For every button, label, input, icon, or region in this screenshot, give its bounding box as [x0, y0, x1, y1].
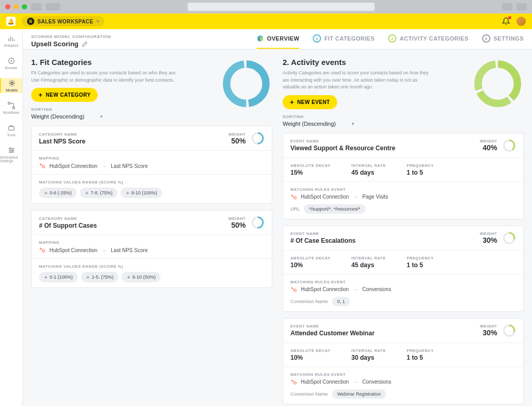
button-label: NEW EVENT — [297, 99, 330, 105]
url-chip[interactable]: */support/*, */resources/* — [304, 204, 366, 214]
sorting-select[interactable]: Weight (Descending) ▾ — [31, 113, 212, 120]
cube-icon — [257, 35, 264, 42]
range-chip[interactable]: +1-5. (75%) — [81, 272, 118, 282]
chip-label: 6-10 (50%) — [132, 274, 156, 280]
arrow-right-icon: → — [353, 286, 358, 292]
event-name-label: EVENT NAME — [290, 324, 375, 329]
activity-event-card[interactable]: EVENT NAME Viewed Support & Resource Cen… — [283, 133, 524, 219]
svg-rect-3 — [8, 102, 10, 104]
weight-label: WEIGHT — [480, 324, 497, 329]
notification-badge-icon — [508, 16, 511, 19]
matching-label: MATCHING RULES EVENT — [290, 187, 516, 192]
url-label: URL — [290, 206, 300, 212]
target-icon — [7, 57, 16, 65]
weight-ring-icon — [251, 132, 264, 145]
abs-decay-label: ABSOLUTE DECAY — [290, 256, 330, 260]
fit-donut-chart — [220, 58, 272, 110]
mapping-target: Conversions — [362, 286, 391, 292]
sidebar-label: Workspace Settings — [0, 155, 22, 163]
button-label: NEW CATEGORY — [46, 92, 90, 98]
analytics-icon — [7, 34, 16, 43]
weight-label: WEIGHT — [228, 132, 246, 137]
tab-overview[interactable]: OVERVIEW — [257, 34, 299, 49]
fit-column: 1. Fit Categories Fit Categories are use… — [31, 58, 272, 404]
activity-donut-chart — [472, 58, 524, 110]
svg-point-25 — [294, 197, 297, 199]
range-chip[interactable]: +0-1 (100%) — [39, 272, 78, 282]
svg-rect-5 — [8, 126, 14, 130]
new-event-button[interactable]: + NEW EVENT — [283, 95, 337, 109]
chip-label: 0-6 (-25%) — [49, 190, 72, 195]
sidebar-item-analytics[interactable]: Analytics — [0, 33, 22, 48]
model-name-text: Upsell Scoring — [31, 40, 78, 48]
interval-value: 30 days — [351, 354, 385, 361]
weight-label: WEIGHT — [228, 216, 246, 221]
range-chip[interactable]: +0-6 (-25%) — [39, 188, 77, 198]
mapping-target: Last NPS Score — [111, 163, 148, 169]
sidebar-item-models[interactable]: Models — [0, 78, 22, 93]
sidebar-item-browse[interactable]: Browse — [0, 56, 22, 71]
workspace-label: SALES WORKSPACE — [37, 19, 94, 24]
sorting-select[interactable]: Weight (Descending) ▾ — [283, 121, 463, 127]
plus-icon: + — [38, 91, 43, 98]
weight-value: 30% — [480, 329, 497, 337]
new-category-button[interactable]: + NEW CATEGORY — [31, 88, 98, 102]
sidebar-item-tools[interactable]: Tools — [0, 123, 22, 138]
svg-rect-4 — [12, 107, 15, 109]
fit-category-card[interactable]: CATEGORY NAME # Of Support Cases WEIGHT … — [31, 210, 272, 288]
minimize-window-icon[interactable] — [14, 4, 19, 9]
sidebar-label: Models — [6, 88, 18, 92]
activity-description: Activity Categories are used to score yo… — [283, 70, 433, 91]
app-logo-icon[interactable]: 🔔 — [6, 17, 16, 26]
frequency-label: FREQUENCY — [407, 256, 434, 260]
chip-label: 7-8. (75%) — [90, 190, 112, 195]
workspace-selector[interactable]: S SALES WORKSPACE ▾ — [22, 16, 104, 27]
svg-point-6 — [9, 148, 11, 149]
plus-icon: + — [44, 190, 47, 196]
mapping-target: Last NPS Score — [111, 247, 148, 253]
maximize-window-icon[interactable] — [22, 4, 27, 9]
edit-name-button[interactable] — [82, 41, 88, 47]
sidebar-item-workspace-settings[interactable]: Workspace Settings — [0, 145, 22, 164]
user-avatar[interactable] — [516, 17, 526, 26]
weight-value: 50% — [228, 221, 246, 229]
sidebar-label: Workflows — [3, 111, 19, 114]
hubspot-icon — [39, 247, 45, 253]
matching-label: MATCHING VALUES RANGE (SCORE %) — [39, 264, 264, 269]
tab-activity-categories[interactable]: 2 ACTIVITY CATEGORIES — [388, 34, 468, 49]
tab-settings[interactable]: 3 SETTINGS — [482, 34, 524, 49]
fit-category-card[interactable]: CATEGORY NAME Last NPS Score WEIGHT 50% — [31, 126, 272, 204]
notifications-button[interactable] — [502, 17, 510, 25]
weight-ring-icon — [502, 324, 516, 337]
briefcase-icon — [7, 124, 16, 132]
abs-decay-value: 15% — [290, 169, 330, 176]
abs-decay-value: 10% — [290, 354, 330, 361]
close-window-icon[interactable] — [5, 4, 10, 9]
svg-point-8 — [10, 151, 11, 153]
activity-event-card[interactable]: EVENT NAME # Of Case Escalations WEIGHT … — [283, 226, 524, 312]
address-bar[interactable] — [188, 3, 375, 11]
conversion-name-label: Conversion Name — [290, 299, 328, 304]
range-chip[interactable]: +6-10 (50%) — [122, 272, 161, 282]
matching-label: MATCHING RULES EVENT — [290, 280, 516, 284]
tab-label: ACTIVITY CATEGORIES — [400, 35, 468, 42]
range-chip[interactable]: +7-8. (75%) — [80, 188, 117, 198]
window-controls — [5, 4, 27, 9]
mapping-label: MAPPING — [39, 156, 264, 161]
chevron-down-icon: ▾ — [352, 121, 354, 126]
activity-event-card[interactable]: EVENT NAME Attended Customer Webinar WEI… — [283, 318, 524, 404]
range-chip[interactable]: +9-10 (100%) — [121, 188, 162, 198]
frequency-label: FREQUENCY — [407, 163, 434, 168]
arrow-right-icon: → — [101, 247, 107, 253]
mapping-target: Conversions — [362, 379, 391, 385]
conversion-chip[interactable]: 0, 1 — [332, 297, 350, 306]
conversion-chip[interactable]: Webinar Registration — [332, 389, 386, 399]
sidebar-item-workflows[interactable]: Workflows — [0, 100, 22, 115]
frequency-value: 1 to 5 — [407, 354, 434, 361]
breadcrumb: SCORING MODEL CONFIGURATION — [31, 34, 111, 39]
tab-fit-categories[interactable]: 1 FIT CATEGORIES — [313, 34, 375, 49]
interval-value: 45 days — [351, 261, 385, 269]
plus-icon: + — [86, 274, 89, 280]
weight-ring-icon — [502, 139, 516, 152]
hubspot-icon — [39, 163, 45, 169]
